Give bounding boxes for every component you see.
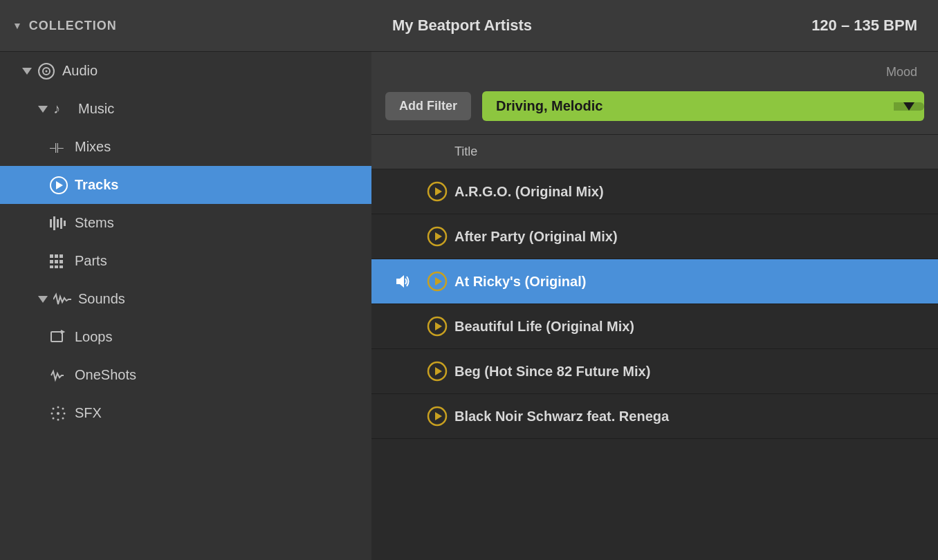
sounds-expand-icon [38,296,48,303]
mood-dropdown-arrow-container [894,102,924,111]
svg-rect-17 [51,332,62,342]
stems-label: Stems [75,215,114,231]
music-label: Music [78,101,114,117]
svg-rect-8 [50,254,53,258]
mixes-icon: –||– [50,142,75,153]
svg-point-21 [53,417,55,419]
svg-point-23 [57,406,59,408]
track-row[interactable]: Beg (Hot Since 82 Future Mix) [371,349,938,394]
track-title: Black Noir Schwarz feat. Renega [454,409,924,424]
audio-expand-icon [22,68,32,75]
track-play-button[interactable] [420,406,454,427]
main-title: My Beatport Artists [392,17,532,35]
mixes-label: Mixes [75,139,111,155]
track-row[interactable]: After Party (Original Mix) [371,214,938,259]
svg-marker-39 [435,412,442,420]
track-title: A.R.G.O. (Original Mix) [454,184,924,200]
track-play-button[interactable] [420,181,454,202]
svg-rect-14 [50,265,53,268]
svg-point-24 [57,418,59,420]
mood-filter-value: Driving, Melodic [482,98,603,114]
mood-filter-button[interactable]: Driving, Melodic [482,91,924,121]
loops-label: Loops [75,329,113,345]
parts-icon [50,254,75,268]
svg-point-19 [53,407,55,409]
oneshots-icon [50,368,75,383]
loops-icon [50,330,75,345]
tracks-play-icon [50,176,75,194]
sidebar-item-parts[interactable]: Parts [0,242,371,280]
speaker-icon [385,274,420,289]
svg-rect-5 [57,219,59,227]
filter-bar: Mood Add Filter Driving, Melodic [371,52,938,135]
sidebar-item-oneshots[interactable]: OneShots [0,356,371,394]
track-row[interactable]: Beautiful Life (Original Mix) [371,304,938,349]
sounds-icon [53,292,78,307]
track-play-button[interactable] [420,226,454,247]
sidebar-item-stems[interactable]: Stems [0,204,371,242]
svg-point-25 [51,412,53,414]
sidebar-item-loops[interactable]: Loops [0,318,371,356]
track-title: Beg (Hot Since 82 Future Mix) [454,364,924,380]
svg-point-20 [62,407,64,409]
track-row[interactable]: At Ricky's (Original) [371,259,938,304]
svg-rect-11 [50,260,53,263]
svg-marker-33 [435,277,442,286]
sfx-icon [50,405,75,422]
stems-icon [50,216,75,230]
track-play-button[interactable] [420,361,454,382]
sounds-label: Sounds [78,291,125,307]
svg-point-26 [64,412,66,414]
track-title: After Party (Original Mix) [454,229,924,245]
sfx-label: SFX [75,405,102,421]
music-icon: ♪ [53,101,78,117]
svg-rect-15 [55,265,58,268]
svg-point-18 [57,412,59,415]
sidebar-item-mixes[interactable]: –||– Mixes [0,128,371,166]
collection-triangle-icon: ▼ [12,20,22,31]
tracks-play-circle [50,176,68,194]
svg-rect-10 [59,254,63,258]
parts-label: Parts [75,253,107,269]
sidebar-item-audio[interactable]: Audio [0,52,371,90]
svg-rect-12 [55,260,58,263]
svg-rect-13 [59,260,63,263]
track-title: At Ricky's (Original) [454,274,924,290]
oneshots-label: OneShots [75,367,136,383]
svg-marker-28 [435,187,442,196]
add-filter-button[interactable]: Add Filter [385,92,471,120]
svg-rect-3 [50,219,52,227]
main-content: My Beatport Artists 120 – 135 BPM Mood A… [371,0,938,560]
table-header: Title [371,135,938,169]
filter-row: Add Filter Driving, Melodic [385,91,924,121]
sidebar-item-tracks[interactable]: Tracks [0,166,371,204]
svg-point-22 [62,417,64,419]
track-play-button[interactable] [420,271,454,292]
sidebar: ▼ COLLECTION Audio ♪ Music –||– Mixes Tr… [0,0,371,560]
svg-rect-4 [53,216,55,230]
track-row[interactable]: A.R.G.O. (Original Mix) [371,169,938,214]
main-header: My Beatport Artists 120 – 135 BPM [371,0,938,52]
svg-marker-31 [396,275,404,288]
sidebar-item-music[interactable]: ♪ Music [0,90,371,128]
svg-marker-35 [435,322,442,330]
collection-label: COLLECTION [29,19,117,33]
tracks-label: Tracks [75,177,118,193]
svg-marker-37 [435,367,442,375]
bpm-label: 120 – 135 BPM [811,17,917,35]
track-play-button[interactable] [420,316,454,337]
music-expand-icon [38,106,48,113]
col-title-header: Title [454,144,924,159]
sidebar-item-sounds[interactable]: Sounds [0,280,371,318]
svg-point-2 [46,70,48,72]
svg-rect-7 [64,221,66,226]
svg-rect-6 [60,218,62,229]
track-title: Beautiful Life (Original Mix) [454,319,924,335]
track-list: A.R.G.O. (Original Mix) After Party (Ori… [371,169,938,560]
mood-chevron-down-icon [903,102,914,111]
sidebar-header: ▼ COLLECTION [0,0,371,52]
svg-rect-16 [59,265,63,268]
svg-marker-30 [435,232,442,241]
sidebar-item-sfx[interactable]: SFX [0,394,371,432]
track-row[interactable]: Black Noir Schwarz feat. Renega [371,394,938,439]
